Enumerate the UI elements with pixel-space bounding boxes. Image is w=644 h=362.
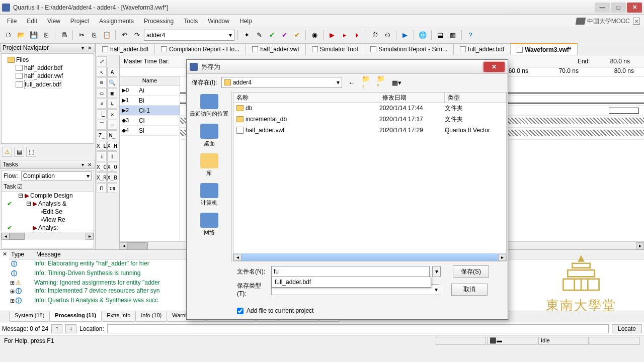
tab-half-adder-vwf[interactable]: half_adder.vwf	[246, 43, 305, 55]
minimize-button[interactable]: —	[595, 3, 610, 13]
col-type[interactable]: 类型	[445, 93, 506, 102]
full-icon[interactable]: ▣	[107, 88, 117, 98]
task-row[interactable]: ✔▶Analys:	[2, 224, 94, 232]
menu-edit[interactable]: Edit	[23, 16, 41, 26]
savein-combo[interactable]: adder4▾	[221, 77, 342, 88]
cut-icon[interactable]: ✂	[76, 30, 87, 41]
task-row[interactable]: ⊟▶Compile Design	[2, 192, 94, 200]
up-icon[interactable]: 📁↑	[361, 77, 372, 88]
file-row[interactable]: db2020/1/14 17:44文件夹	[233, 103, 506, 114]
tree-item[interactable]: half_adder.vwf	[4, 72, 92, 80]
menu-tools[interactable]: Tools	[180, 16, 202, 26]
low-icon[interactable]: ⎿	[97, 109, 107, 119]
menu-processing[interactable]: Processing	[140, 16, 178, 26]
newfolder-icon[interactable]: 📁*	[376, 77, 387, 88]
design-tab-icon[interactable]: ⬚	[26, 147, 36, 157]
pulse-icon[interactable]: ⊓	[97, 183, 107, 193]
tree-item[interactable]: half_adder.bdf	[4, 64, 92, 72]
viewmenu-icon[interactable]: ▦▾	[391, 77, 403, 88]
copy-icon[interactable]: ⎘	[89, 30, 100, 41]
entity-combo[interactable]: adder4▾	[144, 30, 234, 41]
xl-icon[interactable]: X̲L	[97, 141, 107, 151]
tab-half-adder-bdf[interactable]: half_adder.bdf	[96, 43, 155, 55]
select-icon[interactable]: ▭	[97, 88, 107, 98]
del-icon[interactable]: ✕	[107, 109, 117, 119]
timer2-icon[interactable]: ⏲	[382, 30, 393, 41]
save-icon[interactable]: 💾	[28, 30, 39, 41]
next-icon[interactable]: ↳	[107, 99, 117, 109]
zoom-icon[interactable]: 🔍	[107, 77, 117, 87]
bus-icon[interactable]: ⦀	[107, 151, 117, 161]
msgtab-extrainfo[interactable]: Extra Info	[101, 311, 136, 322]
paste-icon[interactable]: 📋	[101, 30, 112, 41]
globe-icon[interactable]: 🌐	[417, 30, 428, 41]
zoom-fit-icon[interactable]: ⤢	[97, 56, 107, 66]
file-row[interactable]: incremental_db2020/1/14 17:17文件夹	[233, 114, 506, 125]
task-row[interactable]: ▫ View Re	[2, 216, 94, 224]
msgtab-processing[interactable]: Processing (11)	[49, 311, 102, 322]
tasks-scrollbar[interactable]: ◂▸	[2, 232, 94, 240]
saveall-icon[interactable]: ⎘	[41, 30, 52, 41]
inv-icon[interactable]: ⤈	[97, 151, 107, 161]
dialog-close-button[interactable]: ✕	[484, 62, 505, 72]
signal-row[interactable]: ▶1Bi	[120, 96, 180, 106]
tab-compilation-report[interactable]: Compilation Report - Flo...	[154, 43, 246, 55]
wand-icon[interactable]: ✦	[241, 30, 252, 41]
cancel-button[interactable]: 取消	[451, 284, 488, 296]
locate-button[interactable]: Locate	[612, 324, 642, 333]
text-icon[interactable]: A	[107, 67, 117, 77]
timer1-icon[interactable]: ⏱	[369, 30, 380, 41]
col-date[interactable]: 修改日期	[379, 93, 445, 102]
help-icon[interactable]: ?	[465, 30, 476, 41]
maximize-button[interactable]: □	[611, 3, 626, 13]
xh-icon[interactable]: X̲H	[107, 141, 117, 151]
menu-project[interactable]: Project	[66, 16, 93, 26]
find-icon[interactable]: ⌕	[97, 99, 107, 109]
menu-help[interactable]: Help	[235, 16, 256, 26]
place-libraries[interactable]: 库	[200, 153, 218, 177]
file-row[interactable]: half_adder.vwf2020/1/14 17:29Quartus II …	[233, 125, 506, 136]
undo-icon[interactable]: ↶	[119, 30, 130, 41]
w-icon[interactable]: W̲	[107, 130, 117, 140]
xb-icon[interactable]: X̲B	[107, 172, 117, 183]
print-icon[interactable]: 🖶	[58, 30, 69, 41]
msgtab-system[interactable]: System (18)	[9, 311, 50, 322]
place-desktop[interactable]: 桌面	[200, 124, 218, 147]
tab-full-adder-bdf[interactable]: full_adder.bdf	[453, 43, 511, 55]
xo-icon[interactable]: X̲O	[107, 162, 117, 172]
chip-icon[interactable]: ⬓	[435, 30, 446, 41]
place-computer[interactable]: 计算机	[200, 183, 218, 207]
check-orange-icon[interactable]: ✔	[291, 30, 302, 41]
check-green-icon[interactable]: ✔	[266, 30, 277, 41]
msgtab-info[interactable]: Info (10)	[135, 311, 167, 322]
menu-view[interactable]: View	[43, 16, 64, 26]
doc-close-icon[interactable]: ✕	[633, 18, 640, 25]
tab-waveform3[interactable]: Waveform3.vwf*	[510, 43, 578, 55]
high-icon[interactable]: ⎴	[97, 120, 107, 130]
msg-prev-icon[interactable]: ↑	[51, 324, 62, 333]
pencil-icon[interactable]: ✎	[254, 30, 265, 41]
menu-assignments[interactable]: Assignments	[95, 16, 138, 26]
xc-icon[interactable]: X̲C	[97, 162, 107, 172]
run-icon[interactable]: ▶	[399, 30, 411, 41]
tree-item-selected[interactable]: full_adder.bdf	[4, 80, 92, 89]
device-icon[interactable]: ▦	[447, 30, 458, 41]
panel-close-icon[interactable]: ✕	[87, 161, 93, 167]
signal-row[interactable]: ◆4Si	[120, 126, 180, 136]
panel-pin-icon[interactable]: ▾	[79, 45, 86, 51]
signal-row[interactable]: ▶0Ai	[120, 85, 180, 96]
msg-next-icon[interactable]: ↓	[65, 324, 76, 333]
panel-pin-icon[interactable]: ▾	[79, 161, 86, 167]
flow-combo[interactable]: Compilation▾	[21, 171, 92, 180]
panel-close-icon[interactable]: ✕	[87, 45, 93, 51]
redo-icon[interactable]: ↷	[131, 30, 142, 41]
xr-icon[interactable]: X̲R	[97, 172, 107, 183]
menu-window[interactable]: Window	[204, 16, 233, 26]
check-purple-icon[interactable]: ✔	[279, 30, 290, 41]
task-row[interactable]: ✔⊟▶Analysis &	[2, 200, 94, 208]
z-icon[interactable]: Z̲	[97, 130, 107, 140]
play-icon[interactable]: ▶	[327, 30, 338, 41]
play2-icon[interactable]: ▸	[339, 30, 350, 41]
messages-close-icon[interactable]: ✕	[1, 251, 8, 258]
warn-tab-icon[interactable]: ⚠	[2, 147, 12, 157]
